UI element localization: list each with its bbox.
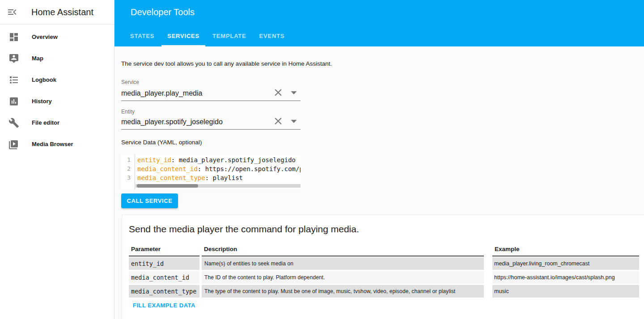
sidebar-item-file-editor[interactable]: File editor [0, 112, 114, 134]
table-row: media_content_id The ID of the content t… [129, 271, 639, 284]
close-icon [272, 87, 284, 98]
fill-example-data-button[interactable]: FILL EXAMPLE DATA [133, 302, 195, 309]
service-field: Service [121, 79, 301, 101]
entity-field: Entity [121, 109, 301, 130]
description-cell: The type of the content to play. Must be… [202, 285, 484, 298]
yaml-editor[interactable]: 1 2 3 entity_id: media_player.spotify_jo… [121, 154, 301, 190]
yaml-line: media_content_type: playlist [137, 173, 301, 182]
sidebar-header: Home Assistant [0, 0, 114, 25]
table-body: entity_id Name(s) of entities to seek me… [129, 257, 639, 298]
tab-bar: STATES SERVICES TEMPLATE EVENTS [124, 27, 292, 46]
service-description-heading: Send the media player the command for pl… [129, 224, 359, 235]
sidebar: Home Assistant Overview Map Logbook [0, 0, 114, 319]
table-row: media_content_type The type of the conte… [129, 285, 639, 298]
account-tooltip-icon [8, 53, 19, 64]
sidebar-item-label: Map [32, 48, 43, 69]
editor-code-area[interactable]: entity_id: media_player.spotify_joselegi… [136, 154, 301, 183]
intro-text: The service dev tool allows you to call … [121, 60, 332, 67]
entity-input[interactable] [121, 118, 269, 126]
page-title: Developer Tools [131, 7, 195, 17]
tab-states[interactable]: STATES [124, 27, 160, 46]
description-cell: Name(s) of entities to seek media on [202, 257, 484, 270]
tab-services[interactable]: SERVICES [161, 27, 205, 46]
service-parameters-table: Parameter Description Example entity_id … [129, 246, 639, 298]
bulleted-list-icon [8, 75, 19, 85]
service-input[interactable] [121, 89, 269, 97]
parameter-cell: entity_id [129, 257, 199, 270]
sidebar-item-history[interactable]: History [0, 91, 114, 112]
editor-line-numbers: 1 2 3 [121, 154, 135, 190]
column-header-description: Description [202, 246, 484, 256]
example-cell: https://home-assistant.io/images/cast/sp… [492, 271, 639, 284]
column-header-example: Example [492, 246, 639, 256]
service-description-card: Send the media player the command for pl… [122, 214, 644, 319]
chart-box-icon [8, 96, 19, 107]
scrollbar-thumb[interactable] [137, 184, 198, 188]
service-field-label: Service [121, 79, 139, 85]
service-clear-button[interactable] [272, 87, 284, 98]
yaml-line: media_content_id: https://open.spotify.c… [137, 164, 301, 173]
menu-open-icon [7, 7, 17, 17]
service-dropdown-button[interactable] [289, 88, 299, 97]
sidebar-item-map[interactable]: Map [0, 48, 114, 69]
table-header-row: Parameter Description Example [129, 246, 639, 256]
sidebar-item-media-browser[interactable]: Media Browser [0, 134, 114, 155]
sidebar-item-label: History [32, 91, 52, 112]
description-cell: The ID of the content to play. Platform … [202, 271, 484, 284]
sidebar-toggle-button[interactable] [6, 7, 18, 18]
line-number: 1 [121, 155, 135, 164]
entity-dropdown-button[interactable] [289, 116, 299, 126]
tab-events[interactable]: EVENTS [254, 27, 291, 46]
line-number: 2 [121, 164, 135, 173]
chevron-down-icon [289, 116, 299, 126]
app-title: Home Assistant [31, 0, 93, 24]
example-cell: music [492, 285, 639, 298]
entity-field-label: Entity [121, 109, 135, 115]
table-row: entity_id Name(s) of entities to seek me… [129, 257, 639, 270]
sidebar-item-label: Logbook [32, 69, 56, 91]
line-number: 3 [121, 173, 135, 182]
sidebar-item-overview[interactable]: Overview [0, 26, 114, 48]
sidebar-item-label: File editor [32, 112, 59, 134]
parameter-cell: media_content_type [129, 285, 199, 298]
yaml-line: entity_id: media_player.spotify_joselegi… [137, 155, 301, 164]
call-service-button[interactable]: CALL SERVICE [121, 193, 178, 208]
editor-horizontal-scrollbar[interactable] [136, 184, 301, 188]
entity-clear-button[interactable] [272, 115, 284, 127]
sidebar-nav: Overview Map Logbook History [0, 26, 114, 155]
service-data-label: Service Data (YAML, optional) [121, 139, 202, 146]
app-header: Developer Tools STATES SERVICES TEMPLATE… [114, 0, 644, 46]
wrench-icon [8, 118, 19, 128]
home-assistant-app: Home Assistant Overview Map Logbook [0, 0, 644, 319]
column-header-parameter: Parameter [129, 246, 199, 256]
sidebar-item-logbook[interactable]: Logbook [0, 69, 114, 91]
parameter-cell: media_content_id [129, 271, 199, 284]
tab-template[interactable]: TEMPLATE [207, 27, 252, 46]
chevron-down-icon [289, 88, 299, 97]
play-box-multiple-icon [8, 139, 19, 150]
dashboard-icon [8, 32, 19, 42]
close-icon [272, 115, 284, 127]
example-cell: media_player.living_room_chromecast [492, 257, 639, 270]
main-content: The service dev tool allows you to call … [114, 46, 644, 319]
sidebar-item-label: Overview [32, 26, 58, 48]
sidebar-item-label: Media Browser [32, 134, 73, 155]
